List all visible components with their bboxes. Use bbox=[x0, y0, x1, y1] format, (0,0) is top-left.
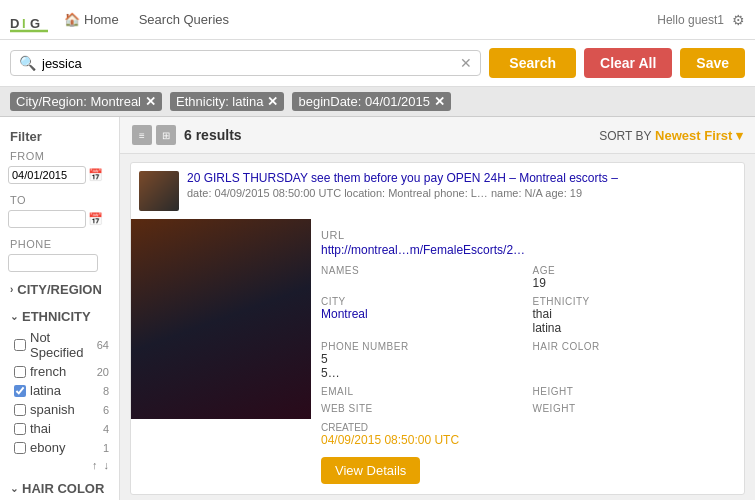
filter-ethnicity-label: ETHNICITY bbox=[22, 309, 91, 324]
ethnicity-thai: thai 4 bbox=[0, 419, 119, 438]
results-content: ≡ ⊞ 6 results SORT BY Newest First ▾ 20 … bbox=[120, 117, 755, 500]
ethnicity-not-specified-checkbox[interactable] bbox=[14, 339, 26, 351]
search-button[interactable]: Search bbox=[489, 48, 576, 78]
home-icon: 🏠 bbox=[64, 12, 80, 27]
sort-dropdown[interactable]: Newest First ▾ bbox=[655, 128, 743, 143]
result-1-meta: date: 04/09/2015 08:50:00 UTC location: … bbox=[187, 187, 736, 199]
created-value: 04/09/2015 08:50:00 UTC bbox=[321, 433, 734, 447]
filter-to-section: TO 📅 bbox=[0, 190, 119, 230]
list-view-icon[interactable]: ≡ bbox=[132, 125, 152, 145]
clear-input-icon[interactable]: ✕ bbox=[460, 55, 472, 71]
svg-text:D: D bbox=[10, 16, 19, 31]
haircolor-arrow-icon: ⌄ bbox=[10, 483, 18, 494]
detail-grid: NAMES AGE 19 CITY Montreal ETHNICITY bbox=[321, 265, 734, 414]
search-input-wrap: 🔍 ✕ bbox=[10, 50, 481, 76]
filter-city-section: › CITY/REGION bbox=[0, 278, 119, 301]
results-count: 6 results bbox=[184, 127, 242, 143]
created-section: CREATED 04/09/2015 08:50:00 UTC bbox=[321, 422, 734, 447]
filter-to-input[interactable] bbox=[8, 210, 86, 228]
grid-view-icon[interactable]: ⊞ bbox=[156, 125, 176, 145]
filter-from-label: FROM bbox=[0, 146, 119, 164]
field-city: CITY Montreal bbox=[321, 296, 523, 335]
search-bar: 🔍 ✕ Search Clear All Save bbox=[0, 40, 755, 87]
remove-tag-city[interactable]: ✕ bbox=[145, 94, 156, 109]
content-header-left: ≡ ⊞ 6 results bbox=[132, 125, 242, 145]
result-item-1: 20 GIRLS THURSDAY see them before you pa… bbox=[130, 162, 745, 495]
ethnicity-thai-checkbox[interactable] bbox=[14, 423, 26, 435]
field-weight: WEIGHT bbox=[533, 403, 735, 414]
filter-ethnicity-section: ⌄ ETHNICITY Not Specified 64 french 20 bbox=[0, 305, 119, 473]
field-email: EMAIL bbox=[321, 386, 523, 397]
remove-tag-date[interactable]: ✕ bbox=[434, 94, 445, 109]
field-phone: PHONE NUMBER 55… bbox=[321, 341, 523, 380]
filter-tag-date: beginDate: 04/01/2015 ✕ bbox=[292, 92, 451, 111]
ethnicity-ebony-checkbox[interactable] bbox=[14, 442, 26, 454]
filter-tag-ethnicity: Ethnicity: latina ✕ bbox=[170, 92, 284, 111]
filter-haircolor-toggle[interactable]: ⌄ HAIR COLOR bbox=[0, 477, 119, 500]
ethnicity-french: french 20 bbox=[0, 362, 119, 381]
result-1-info: 20 GIRLS THURSDAY see them before you pa… bbox=[187, 171, 736, 199]
field-names: NAMES bbox=[321, 265, 523, 290]
greeting: Hello guest1 bbox=[657, 13, 724, 27]
field-haircolor: HAIR COLOR bbox=[533, 341, 735, 380]
filter-to-label: TO bbox=[0, 190, 119, 208]
url-label: URL bbox=[321, 229, 734, 241]
result-1-thumbnail bbox=[139, 171, 179, 211]
logo: D I G bbox=[10, 6, 52, 34]
field-height: HEIGHT bbox=[533, 386, 735, 397]
filter-phone-section: PHONE bbox=[0, 234, 119, 274]
detail-url[interactable]: http://montreal…m/FemaleEscorts/2… bbox=[321, 243, 734, 257]
field-ethnicity: ETHNICITY thailatina bbox=[533, 296, 735, 335]
ethnicity-spanish-checkbox[interactable] bbox=[14, 404, 26, 416]
remove-tag-ethnicity[interactable]: ✕ bbox=[267, 94, 278, 109]
ethnicity-latina-checkbox[interactable] bbox=[14, 385, 26, 397]
clear-all-button[interactable]: Clear All bbox=[584, 48, 672, 78]
field-age: AGE 19 bbox=[533, 265, 735, 290]
sidebar: Filter FROM 📅 TO 📅 PHONE bbox=[0, 117, 120, 500]
ethnicity-spanish: spanish 6 bbox=[0, 400, 119, 419]
ethnicity-not-specified: Not Specified 64 bbox=[0, 328, 119, 362]
to-calendar-icon[interactable]: 📅 bbox=[88, 212, 103, 226]
ethnicity-ebony: ebony 1 bbox=[0, 438, 119, 457]
field-website: WEB SITE bbox=[321, 403, 523, 414]
filter-city-toggle[interactable]: › CITY/REGION bbox=[0, 278, 119, 301]
filter-tags-bar: City/Region: Montreal ✕ Ethnicity: latin… bbox=[0, 87, 755, 117]
city-arrow-icon: › bbox=[10, 284, 13, 295]
filter-phone-input[interactable] bbox=[8, 254, 98, 272]
created-label: CREATED bbox=[321, 422, 734, 433]
search-icon: 🔍 bbox=[19, 55, 36, 71]
result-1-details: URL http://montreal…m/FemaleEscorts/2… N… bbox=[311, 219, 744, 494]
view-details-button[interactable]: View Details bbox=[321, 457, 420, 484]
sort-controls: SORT BY Newest First ▾ bbox=[599, 128, 743, 143]
filter-from-section: FROM 📅 bbox=[0, 146, 119, 186]
content-header: ≡ ⊞ 6 results SORT BY Newest First ▾ bbox=[120, 117, 755, 154]
filter-phone-label: PHONE bbox=[0, 234, 119, 252]
filter-tag-city: City/Region: Montreal ✕ bbox=[10, 92, 162, 111]
svg-text:I: I bbox=[22, 16, 26, 31]
result-1-expanded: URL http://montreal…m/FemaleEscorts/2… N… bbox=[131, 219, 744, 494]
filter-title: Filter bbox=[0, 125, 119, 146]
result-1-image bbox=[131, 219, 311, 419]
filter-ethnicity-toggle[interactable]: ⌄ ETHNICITY bbox=[0, 305, 119, 328]
main-layout: Filter FROM 📅 TO 📅 PHONE bbox=[0, 117, 755, 500]
search-input[interactable] bbox=[42, 56, 460, 71]
gear-icon[interactable]: ⚙ bbox=[732, 12, 745, 28]
view-icons: ≡ ⊞ bbox=[132, 125, 176, 145]
header: D I G 🏠 Home Search Queries Hello guest1… bbox=[0, 0, 755, 40]
filter-haircolor-section: ⌄ HAIR COLOR Not Specified 8 ↑ ↓ bbox=[0, 477, 119, 500]
save-button[interactable]: Save bbox=[680, 48, 745, 78]
filter-from-input[interactable] bbox=[8, 166, 86, 184]
nav-search-queries[interactable]: Search Queries bbox=[139, 12, 229, 27]
filter-city-label: CITY/REGION bbox=[17, 282, 102, 297]
result-1-title[interactable]: 20 GIRLS THURSDAY see them before you pa… bbox=[187, 171, 736, 185]
ethnicity-french-checkbox[interactable] bbox=[14, 366, 26, 378]
ethnicity-scroll-up[interactable]: ↑ bbox=[92, 459, 98, 471]
ethnicity-arrow-icon: ⌄ bbox=[10, 311, 18, 322]
svg-text:G: G bbox=[30, 16, 40, 31]
ethnicity-scroll-down[interactable]: ↓ bbox=[104, 459, 110, 471]
ethnicity-latina: latina 8 bbox=[0, 381, 119, 400]
result-1-header: 20 GIRLS THURSDAY see them before you pa… bbox=[131, 163, 744, 219]
nav-home[interactable]: 🏠 Home bbox=[64, 12, 119, 27]
filter-haircolor-label: HAIR COLOR bbox=[22, 481, 104, 496]
from-calendar-icon[interactable]: 📅 bbox=[88, 168, 103, 182]
